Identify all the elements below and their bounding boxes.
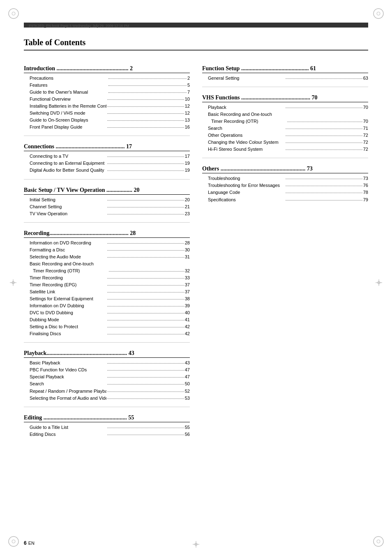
list-item: Selecting the Audio Mode 31: [24, 253, 190, 260]
list-item: Front Panel Display Guide 16: [24, 124, 190, 131]
svg-point-7: [377, 540, 380, 543]
svg-point-2: [374, 9, 383, 18]
list-item: Information on DVD Recording 28: [24, 240, 190, 246]
list-item: Basic Playback 43: [24, 359, 190, 366]
list-item: PBC Function for Video CDs 47: [24, 366, 190, 373]
section-connections: Connections ............................…: [24, 143, 190, 151]
section-function-setup: Function Setup .........................…: [202, 65, 368, 73]
list-item: Repeat / Random / Programme Playback / S…: [24, 388, 190, 395]
list-item: DVC to DVD Dubbing 40: [24, 309, 190, 316]
corner-ornament-tr: [372, 7, 385, 20]
list-item: Timer Recording (OTR) 32: [24, 267, 190, 274]
list-item: Guide to the Owner's Manual 7: [24, 89, 190, 96]
page: E9TK2FD_EN.book Page 6 Wednesday, July 2…: [0, 0, 392, 555]
main-content: Table of Contents Introduction .........…: [24, 38, 368, 534]
list-item: Dubbing Mode 41: [24, 316, 190, 323]
list-item: Switching DVD / VHS mode 12: [24, 110, 190, 117]
list-item: Information on DV Dubbing 39: [24, 302, 190, 309]
list-item: Basic Recording and One-touch: [24, 260, 190, 267]
list-item: Playback 70: [202, 104, 368, 111]
section-vhs-functions: VHS Functions ..........................…: [202, 94, 368, 102]
page-title: Table of Contents: [24, 38, 368, 51]
section-divider: [202, 158, 368, 158]
svg-point-3: [377, 12, 380, 15]
list-item: Initial Setting 20: [24, 196, 190, 203]
list-item: Changing the Video Colour System 72: [202, 139, 368, 146]
list-item: Timer Recording 33: [24, 274, 190, 281]
list-item: Guide to a Title List 55: [24, 424, 190, 431]
section-divider: [24, 136, 190, 136]
section-divider: [202, 87, 368, 87]
svg-point-1: [12, 12, 15, 15]
list-item: TV View Operation 23: [24, 210, 190, 217]
list-item: Installing Batteries in the Remote Contr…: [24, 103, 190, 110]
corner-ornament-br: [372, 535, 385, 548]
list-item: Precautions 2: [24, 75, 190, 82]
toc-right-column: Function Setup .........................…: [202, 58, 368, 438]
list-item: Finalising Discs 42: [24, 330, 190, 337]
corner-ornament-tl: [7, 7, 20, 20]
list-item: Search 71: [202, 125, 368, 132]
list-item: Connecting to a TV 17: [24, 153, 190, 160]
list-item: Settings for External Equipment 38: [24, 295, 190, 302]
section-divider: [24, 222, 190, 223]
list-item: Guide to On-Screen Displays 13: [24, 117, 190, 124]
section-playback: Playback................................…: [24, 350, 190, 358]
list-item: Troubleshooting for Error Messages 76: [202, 182, 368, 189]
list-item: Connecting to an External Equipment 19: [24, 160, 190, 167]
list-item: Functional Overview 10: [24, 96, 190, 103]
list-item: Special Playback 47: [24, 373, 190, 380]
section-editing: Editing ................................…: [24, 415, 190, 422]
list-item: Basic Recording and One-touch: [202, 111, 368, 118]
section-basic-setup: Basic Setup / TV View Operation ........…: [24, 187, 190, 195]
list-item: General Setting 63: [202, 75, 368, 82]
list-item: Formatting a Disc 30: [24, 246, 190, 253]
svg-point-5: [12, 540, 15, 543]
list-item: Editing Discs 56: [24, 431, 190, 438]
list-item: Timer Recording (EPG) 37: [24, 281, 190, 288]
page-number: 6EN: [24, 540, 35, 546]
corner-ornament-bl: [7, 535, 20, 548]
list-item: Digital Audio for Better Sound Quality 1…: [24, 167, 190, 174]
list-item: Troubleshooting 73: [202, 175, 368, 182]
toc-columns: Introduction ...........................…: [24, 58, 368, 438]
list-item: Setting a Disc to Protect 42: [24, 323, 190, 330]
svg-point-6: [374, 537, 383, 546]
crosshair-left: [10, 279, 16, 286]
section-divider: [24, 407, 190, 407]
list-item: Channel Setting 21: [24, 203, 190, 210]
crosshair-right: [376, 279, 382, 286]
svg-point-4: [9, 537, 18, 546]
section-recording: Recording...............................…: [24, 230, 190, 238]
section-divider: [24, 342, 190, 343]
section-others: Others .................................…: [202, 166, 368, 173]
list-item: Specifications 79: [202, 196, 368, 203]
toc-left-column: Introduction ...........................…: [24, 58, 190, 438]
list-item: Timer Recording (OTR) 70: [202, 118, 368, 125]
header-meta: E9TK2FD_EN.book Page 6 Wednesday, July 2…: [29, 24, 129, 28]
list-item: Satellite Link 37: [24, 288, 190, 295]
list-item: Hi-Fi Stereo Sound System 72: [202, 146, 368, 153]
section-introduction: Introduction ...........................…: [24, 65, 190, 73]
list-item: Language Code 78: [202, 189, 368, 196]
section-divider: [24, 179, 190, 180]
list-item: Search 50: [24, 380, 190, 387]
svg-point-0: [9, 9, 18, 18]
list-item: Other Operations 72: [202, 132, 368, 139]
crosshair-bottom: [193, 541, 199, 548]
list-item: Selecting the Format of Audio and Video …: [24, 395, 190, 402]
list-item: Features 5: [24, 82, 190, 89]
